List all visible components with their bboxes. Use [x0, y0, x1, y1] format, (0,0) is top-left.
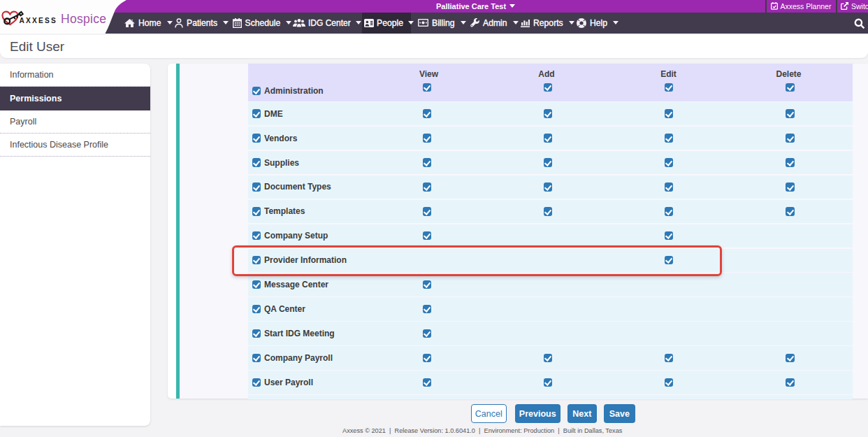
svg-text:Hospice: Hospice — [61, 12, 106, 26]
svg-text:AXXESS: AXXESS — [20, 17, 58, 24]
